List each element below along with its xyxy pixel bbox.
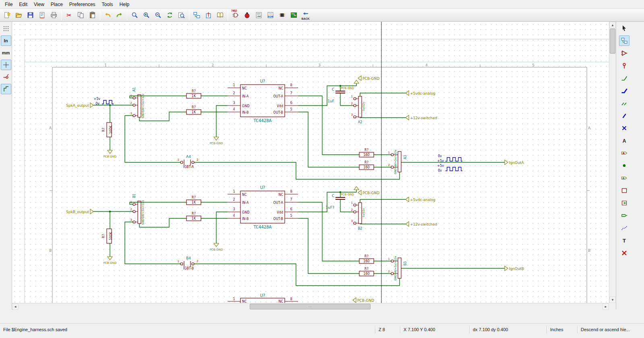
delete-tool-button[interactable] [619, 248, 630, 258]
sch-text: R? [364, 267, 369, 271]
sch-text: U? [260, 293, 265, 298]
sch-text: SpkB_output [66, 210, 89, 214]
sch-text: 160 [363, 259, 369, 263]
undo-button[interactable] [102, 10, 114, 21]
zoom-out-button[interactable] [152, 10, 164, 21]
place-hierarchical-sheet-button[interactable] [619, 185, 630, 196]
vertical-scrollbar[interactable]: ▲ ▼ [609, 22, 616, 303]
place-component-button[interactable] [619, 48, 630, 58]
chip-icon [279, 12, 286, 19]
place-junction-button[interactable] [619, 160, 630, 171]
cursor-shape-button[interactable] [1, 60, 11, 70]
place-graphic-line-button[interactable] [619, 223, 630, 233]
horizontal-scrollbar[interactable]: ◄ ∙∙∙ ► [12, 303, 609, 310]
zoom-fit-button[interactable] [176, 10, 187, 21]
page-settings-button[interactable] [36, 10, 48, 21]
cursor-tool-button[interactable] [619, 23, 630, 33]
schematic-texts: 12345ABABU?TC4428A12348765NCIN-AGNDIN-BN… [49, 63, 591, 303]
redo-button[interactable] [114, 10, 125, 21]
scroll-grip: ∙∙∙ [308, 305, 312, 309]
sch-text: 1uF [327, 99, 334, 103]
erc-button[interactable] [241, 10, 253, 21]
hidden-pins-button[interactable] [1, 72, 11, 82]
place-sheet-pin-button[interactable] [619, 210, 630, 221]
place-net-label-button[interactable]: A [619, 135, 630, 146]
cut-icon: ✂ [66, 12, 72, 18]
sch-text: 3 [318, 63, 321, 67]
cut-button[interactable]: ✂ [63, 10, 75, 21]
zoom-in-button[interactable] [141, 10, 152, 21]
place-global-label-button[interactable]: A [619, 148, 630, 158]
netlist-button[interactable]: .net [253, 10, 265, 21]
hierarchy-navigation-tool-button[interactable] [619, 35, 630, 46]
redraw-view-button[interactable] [164, 10, 176, 21]
vertical-scroll-thumb[interactable] [610, 29, 615, 54]
menu-file[interactable]: File [2, 0, 16, 8]
menu-preferences[interactable]: Preferences [66, 0, 99, 8]
toolbar-separator [228, 10, 228, 20]
zoom-out-icon [155, 12, 162, 19]
sch-text: 1K [192, 110, 196, 114]
paste-button[interactable] [87, 10, 98, 21]
sch-text: +5v [93, 97, 100, 101]
place-text-button[interactable]: T [619, 235, 630, 246]
scroll-up-arrow[interactable]: ▲ [609, 22, 616, 28]
leave-sheet-button[interactable] [203, 10, 214, 21]
library-browser-button[interactable] [214, 10, 226, 21]
sch-text: A3 [404, 155, 407, 160]
sch-text: 3 [351, 220, 353, 223]
menu-tools[interactable]: Tools [99, 0, 116, 8]
new-schematic-button[interactable] [1, 10, 13, 21]
bom-button[interactable]: BOM [265, 10, 276, 21]
sch-text: B [588, 249, 590, 253]
place-wire-button[interactable] [619, 73, 630, 83]
sch-text: Vdd [277, 104, 283, 108]
sch-text: 2 [197, 260, 198, 263]
copy-button[interactable] [75, 10, 87, 21]
horizontal-scroll-thumb[interactable]: ∙∙∙ [250, 304, 371, 309]
sch-text: 1 [130, 201, 132, 204]
no-connect-flag-button[interactable] [619, 123, 630, 133]
place-bus-button[interactable] [619, 85, 630, 96]
sch-text: 2 [197, 158, 198, 162]
hierarchical-label-icon: A [621, 175, 627, 181]
wire-to-bus-entry-button[interactable] [619, 98, 630, 108]
units-inches-button[interactable]: In [1, 35, 11, 46]
find-button[interactable] [129, 10, 141, 21]
menu-edit[interactable]: Edit [16, 0, 31, 8]
save-schematic-button[interactable] [25, 10, 36, 21]
units-mm-button[interactable]: mm [1, 48, 11, 58]
back-annotate-button[interactable]: BACK [300, 10, 311, 21]
toolbar-separator [100, 10, 100, 20]
units-inches-label: In [4, 38, 8, 43]
sch-text: 5 [532, 63, 534, 67]
sch-text: 8 [290, 190, 292, 193]
bus-to-bus-entry-button[interactable] [619, 110, 630, 121]
place-hierarchical-label-button[interactable]: A [619, 173, 630, 183]
open-schematic-button[interactable] [13, 10, 25, 21]
scroll-down-arrow[interactable]: ▼ [609, 297, 616, 303]
menu-help[interactable]: Help [116, 0, 133, 8]
sch-text: +5vdc-analog [410, 198, 435, 202]
sch-text: C [332, 194, 334, 198]
footprint-assign-button[interactable] [276, 10, 288, 21]
sch-text: IgnOutA [509, 161, 524, 165]
sch-text: IN-B [242, 217, 248, 221]
ortho-mode-button[interactable] [1, 84, 11, 94]
pcbnew-button[interactable] [288, 10, 300, 21]
import-sheet-pin-button[interactable] [619, 198, 630, 208]
schematic-canvas[interactable]: 12345ABABU?TC4428A12348765NCIN-AGNDIN-BN… [12, 22, 609, 303]
sch-text: IN-A [242, 95, 249, 98]
print-button[interactable] [48, 10, 60, 21]
hierarchy-navigator-button[interactable] [191, 10, 203, 21]
menu-view[interactable]: View [31, 0, 48, 8]
grid-toggle-button[interactable] [1, 23, 11, 34]
place-power-port-button[interactable] [619, 60, 630, 71]
sch-text: NC [278, 87, 283, 90]
scroll-right-arrow[interactable]: ► [603, 303, 609, 310]
menu-place[interactable]: Place [48, 0, 66, 8]
scroll-left-arrow[interactable]: ◄ [12, 303, 19, 310]
annotate-button[interactable]: 7402 [230, 10, 241, 21]
sch-text: 6 [290, 101, 292, 105]
netlist-icon: .net [255, 12, 262, 19]
